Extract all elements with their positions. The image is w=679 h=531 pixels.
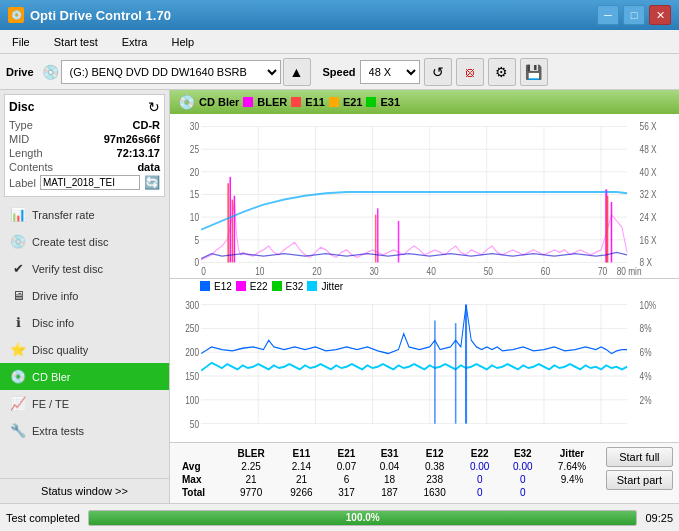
svg-text:300: 300: [185, 298, 199, 310]
settings-button[interactable]: ⚙: [488, 58, 516, 86]
stats-avg-e11: 2.14: [278, 460, 325, 473]
create-test-disc-icon: 💿: [10, 234, 26, 249]
svg-text:200: 200: [185, 346, 199, 358]
e21-legend-dot: [329, 97, 339, 107]
svg-text:60: 60: [541, 266, 550, 277]
sidebar-item-disc-info[interactable]: ℹ Disc info: [0, 309, 169, 336]
sidebar-item-extra-tests[interactable]: 🔧 Extra tests: [0, 417, 169, 444]
stats-col-e21: E21: [325, 447, 368, 460]
close-button[interactable]: ✕: [649, 5, 671, 25]
menu-file[interactable]: File: [4, 34, 38, 50]
sidebar-item-create-test-disc-label: Create test disc: [32, 236, 108, 248]
sidebar-item-fe-te[interactable]: 📈 FE / TE: [0, 390, 169, 417]
jitter-legend-label: Jitter: [321, 281, 343, 292]
sidebar-item-disc-info-label: Disc info: [32, 317, 74, 329]
speed-label: Speed: [323, 66, 356, 78]
stats-max-e11: 21: [278, 473, 325, 486]
eject-button[interactable]: ▲: [283, 58, 311, 86]
stats-col-e31: E31: [368, 447, 411, 460]
sidebar-item-extra-tests-label: Extra tests: [32, 425, 84, 437]
stats-max-e32: 0: [501, 473, 544, 486]
sidebar-item-create-test-disc[interactable]: 💿 Create test disc: [0, 228, 169, 255]
e11-legend-label: E11: [305, 96, 325, 108]
svg-text:250: 250: [185, 322, 199, 334]
stats-col-e12: E12: [411, 447, 458, 460]
disc-type-label: Type: [9, 119, 33, 131]
sidebar-item-drive-info[interactable]: 🖥 Drive info: [0, 282, 169, 309]
verify-test-disc-icon: ✔: [10, 261, 26, 276]
stats-total-e22: 0: [458, 486, 501, 499]
stats-row-total: Total 9770 9266 317 187 1630 0 0: [176, 486, 600, 499]
drive-selector-wrap: 💿 (G:) BENQ DVD DD DW1640 BSRB ▲: [42, 58, 311, 86]
sidebar-item-drive-info-label: Drive info: [32, 290, 78, 302]
svg-text:15: 15: [190, 190, 199, 201]
svg-text:70: 70: [598, 266, 607, 277]
e31-legend-dot: [366, 97, 376, 107]
disc-type-value: CD-R: [133, 119, 161, 131]
svg-rect-0: [170, 114, 679, 278]
maximize-button[interactable]: □: [623, 5, 645, 25]
svg-text:5: 5: [194, 235, 199, 246]
stats-total-e31: 187: [368, 486, 411, 499]
chart-top: 30 25 20 15 10 5 0 56 X 48 X 40 X 32 X 2…: [170, 114, 679, 279]
sidebar-item-verify-test-disc-label: Verify test disc: [32, 263, 103, 275]
disc-label-input[interactable]: [40, 175, 140, 190]
stats-avg-e12: 0.38: [411, 460, 458, 473]
extra-tests-icon: 🔧: [10, 423, 26, 438]
svg-text:30: 30: [369, 266, 378, 277]
disc-label-icon[interactable]: 🔄: [144, 175, 160, 190]
disc-info-panel: Disc ↻ Type CD-R MID 97m26s66f Length 72…: [4, 94, 165, 197]
speed-select[interactable]: 48 X: [360, 60, 420, 84]
stats-total-e21: 317: [325, 486, 368, 499]
jitter-legend-dot: [307, 281, 317, 291]
sidebar-item-transfer-rate[interactable]: 📊 Transfer rate: [0, 201, 169, 228]
menu-extra[interactable]: Extra: [114, 34, 156, 50]
stats-max-e31: 18: [368, 473, 411, 486]
svg-text:150: 150: [185, 369, 199, 381]
stats-row-max: Max 21 21 6 18 238 0 0 9.4%: [176, 473, 600, 486]
status-window-button[interactable]: Status window >>: [0, 478, 169, 503]
e32-legend-dot: [272, 281, 282, 291]
stats-col-e32: E32: [501, 447, 544, 460]
refresh-button[interactable]: ↺: [424, 58, 452, 86]
e11-legend-dot: [291, 97, 301, 107]
main-area: Disc ↻ Type CD-R MID 97m26s66f Length 72…: [0, 90, 679, 503]
svg-text:0: 0: [194, 257, 199, 268]
chart-bottom-svg: 300 250 200 150 100 50 10% 8% 6% 4% 2%: [170, 294, 679, 440]
stats-max-jitter: 9.4%: [544, 473, 599, 486]
drive-select[interactable]: (G:) BENQ DVD DD DW1640 BSRB: [61, 60, 281, 84]
save-button[interactable]: 💾: [520, 58, 548, 86]
menu-help[interactable]: Help: [163, 34, 202, 50]
sidebar-item-cd-bler[interactable]: 💿 CD Bler: [0, 363, 169, 390]
disc-length-value: 72:13.17: [117, 147, 160, 159]
erase-button[interactable]: ⦻: [456, 58, 484, 86]
stats-avg-e21: 0.07: [325, 460, 368, 473]
disc-label-label: Label: [9, 177, 36, 189]
svg-text:8%: 8%: [640, 322, 652, 334]
disc-refresh-icon[interactable]: ↻: [148, 99, 160, 115]
svg-text:40: 40: [427, 266, 436, 277]
svg-text:2%: 2%: [640, 393, 652, 405]
svg-text:32 X: 32 X: [640, 190, 657, 201]
start-full-button[interactable]: Start full: [606, 447, 673, 467]
menu-start-test[interactable]: Start test: [46, 34, 106, 50]
drive-icon: 💿: [42, 64, 59, 80]
bler-legend-dot: [243, 97, 253, 107]
svg-text:10: 10: [190, 212, 199, 223]
sidebar-item-verify-test-disc[interactable]: ✔ Verify test disc: [0, 255, 169, 282]
minimize-button[interactable]: ─: [597, 5, 619, 25]
sidebar-item-disc-quality[interactable]: ⭐ Disc quality: [0, 336, 169, 363]
stats-total-jitter: [544, 486, 599, 499]
stats-total-bler: 9770: [224, 486, 278, 499]
stats-col-empty: [176, 447, 224, 460]
start-part-button[interactable]: Start part: [606, 470, 673, 490]
stats-table: BLER E11 E21 E31 E12 E22 E32 Jitter Avg …: [176, 447, 600, 499]
stats-total-e12: 1630: [411, 486, 458, 499]
svg-text:16 X: 16 X: [640, 235, 657, 246]
stats-max-e12: 238: [411, 473, 458, 486]
stats-col-bler: BLER: [224, 447, 278, 460]
e32-legend-label: E32: [286, 281, 304, 292]
stats-total-e11: 9266: [278, 486, 325, 499]
disc-info-title: Disc: [9, 100, 34, 114]
chart-container: 💿 CD Bler BLER E11 E21 E31: [170, 90, 679, 442]
